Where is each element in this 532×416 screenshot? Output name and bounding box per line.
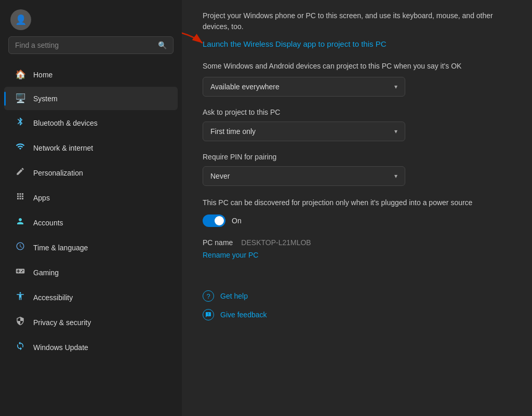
- project-dropdown[interactable]: Available everywhere ▾: [203, 77, 405, 97]
- pin-dropdown[interactable]: Never ▾: [203, 166, 405, 186]
- pin-dropdown-chevron: ▾: [394, 172, 397, 180]
- search-input[interactable]: [15, 41, 154, 49]
- system-icon: 🖥️: [15, 93, 26, 104]
- get-help-label: Get help: [220, 292, 248, 300]
- sidebar-item-label: Network & internet: [33, 144, 93, 152]
- pc-name-value: DESKTOP-L21MLOB: [241, 238, 311, 247]
- search-icon: 🔍: [158, 41, 167, 49]
- network-icon: [15, 142, 26, 154]
- ask-field-group: Ask to project to this PC First time onl…: [203, 108, 511, 141]
- pin-label: Require PIN for pairing: [203, 153, 511, 161]
- project-field-group: Some Windows and Android devices can pro…: [203, 61, 511, 97]
- sidebar: 👤 🔍 🏠 Home 🖥️ System Bluetooth & devices: [0, 0, 182, 416]
- sidebar-item-home[interactable]: 🏠 Home: [4, 63, 178, 86]
- gaming-icon: [15, 266, 26, 278]
- search-bar[interactable]: 🔍: [8, 36, 174, 54]
- project-label: Some Windows and Android devices can pro…: [203, 61, 511, 72]
- pc-name-row: PC name DESKTOP-L21MLOB: [203, 238, 511, 247]
- sidebar-item-label: Home: [33, 71, 52, 79]
- launch-wireless-display-link[interactable]: Launch the Wireless Display app to proje…: [203, 39, 387, 48]
- rename-pc-link[interactable]: Rename your PC: [203, 251, 258, 259]
- project-dropdown-container: Available everywhere ▾: [203, 77, 511, 97]
- launch-link-container: Launch the Wireless Display app to proje…: [203, 39, 511, 59]
- update-icon: [15, 341, 26, 353]
- sidebar-item-personalization[interactable]: Personalization: [4, 160, 178, 185]
- ask-dropdown[interactable]: First time only ▾: [203, 122, 405, 141]
- sidebar-item-label: Personalization: [33, 169, 83, 177]
- time-icon: [15, 241, 26, 253]
- sidebar-item-apps[interactable]: Apps: [4, 185, 178, 210]
- intro-text: Project your Windows phone or PC to this…: [203, 10, 511, 32]
- sidebar-item-label: Accounts: [33, 219, 63, 227]
- avatar-area: 👤: [0, 5, 182, 32]
- home-icon: 🏠: [15, 69, 26, 80]
- sidebar-item-time[interactable]: Time & language: [4, 235, 178, 260]
- sidebar-item-label: System: [33, 95, 58, 103]
- project-dropdown-value: Available everywhere: [210, 83, 280, 91]
- avatar: 👤: [10, 9, 31, 30]
- pin-dropdown-container: Never ▾: [203, 166, 511, 186]
- main-content: Project your Windows phone or PC to this…: [182, 0, 532, 416]
- sidebar-item-update[interactable]: Windows Update: [4, 335, 178, 359]
- accounts-icon: [15, 217, 26, 229]
- sidebar-item-accounts[interactable]: Accounts: [4, 210, 178, 235]
- sidebar-item-system[interactable]: 🖥️ System: [4, 87, 178, 110]
- footer-links: ? Get help Give feedback: [203, 290, 511, 320]
- sidebar-item-privacy[interactable]: Privacy & security: [4, 310, 178, 334]
- ask-label: Ask to project to this PC: [203, 108, 511, 116]
- pc-name-label: PC name: [203, 238, 233, 247]
- sidebar-item-label: Windows Update: [33, 343, 88, 352]
- plugged-text: This PC can be discovered for projection…: [203, 197, 511, 208]
- nav-menu: 🏠 Home 🖥️ System Bluetooth & devices Net…: [0, 62, 182, 360]
- project-dropdown-chevron: ▾: [394, 83, 397, 90]
- get-help-icon: ?: [203, 290, 214, 302]
- sidebar-item-network[interactable]: Network & internet: [4, 136, 178, 160]
- toggle-thumb: [215, 216, 224, 225]
- sidebar-item-label: Gaming: [33, 269, 59, 277]
- ask-dropdown-chevron: ▾: [394, 128, 397, 135]
- toggle-row: On: [203, 214, 511, 227]
- power-source-toggle[interactable]: [203, 214, 225, 227]
- personalization-icon: [15, 167, 26, 179]
- privacy-icon: [15, 316, 26, 328]
- give-feedback-icon: [203, 309, 214, 320]
- sidebar-item-label: Bluetooth & devices: [33, 119, 98, 127]
- give-feedback-link[interactable]: Give feedback: [203, 309, 511, 320]
- toggle-label: On: [232, 217, 242, 225]
- bluetooth-icon: [15, 117, 26, 129]
- sidebar-item-bluetooth[interactable]: Bluetooth & devices: [4, 111, 178, 135]
- pin-dropdown-value: Never: [210, 172, 230, 180]
- sidebar-item-label: Time & language: [33, 244, 88, 252]
- sidebar-item-accessibility[interactable]: Accessibility: [4, 285, 178, 310]
- pin-field-group: Require PIN for pairing Never ▾: [203, 153, 511, 186]
- apps-icon: [15, 192, 26, 204]
- sidebar-item-gaming[interactable]: Gaming: [4, 260, 178, 285]
- sidebar-item-label: Apps: [33, 194, 50, 202]
- sidebar-item-label: Accessibility: [33, 293, 73, 302]
- give-feedback-label: Give feedback: [220, 311, 267, 319]
- ask-dropdown-value: First time only: [210, 127, 256, 136]
- sidebar-item-label: Privacy & security: [33, 318, 91, 327]
- accessibility-icon: [15, 291, 26, 303]
- get-help-link[interactable]: ? Get help: [203, 290, 511, 302]
- ask-dropdown-container: First time only ▾: [203, 122, 511, 141]
